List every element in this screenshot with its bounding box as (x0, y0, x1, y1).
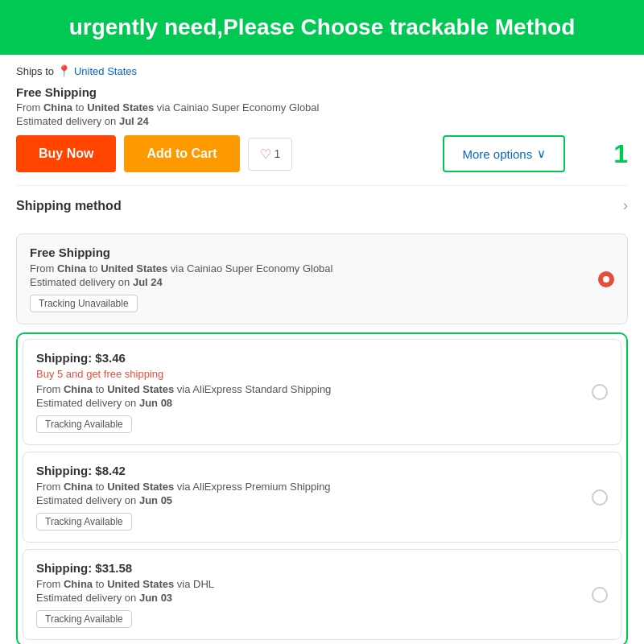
shipping-from-desc: From China to United States via Cainiao … (16, 101, 628, 114)
opt-346-date: Jun 08 (139, 397, 172, 409)
trackable-options-group: Shipping: $3.46 Buy 5 and get free shipp… (16, 332, 628, 644)
opt-free-date: Jul 24 (133, 276, 163, 288)
option-346-promo: Buy 5 and get free shipping (36, 368, 608, 380)
option-3158-desc: From China to United States via DHL (36, 578, 608, 590)
option-free-desc: From China to United States via Cainiao … (30, 262, 614, 275)
header-banner: urgently need,Please Choose trackable Me… (0, 0, 644, 55)
opt-free-to: United States (101, 262, 167, 275)
chevron-right-icon[interactable]: › (623, 197, 628, 214)
location-icon: 📍 (57, 64, 71, 77)
estimated-delivery: Estimated delivery on Jul 24 (16, 115, 628, 127)
opt-free-from: China (57, 262, 86, 275)
option-842-title: Shipping: $8.42 (36, 464, 608, 477)
radio-free-selected[interactable] (598, 271, 614, 287)
trackable-options-wrapper: Shipping: $3.46 Buy 5 and get free shipp… (16, 332, 628, 644)
delivery-prefix: Estimated delivery on (16, 115, 116, 127)
step-1-number: 1 (613, 139, 628, 169)
radio-3158[interactable] (592, 587, 608, 603)
delivery-date: Jul 24 (119, 115, 149, 127)
shipping-method-label: Shipping method (16, 199, 122, 213)
option-842-desc: From China to United States via AliExpre… (36, 481, 608, 493)
tracking-available-badge-3158: Tracking Available (36, 610, 132, 628)
shipping-option-3158[interactable]: Shipping: $31.58 From China to United St… (23, 549, 621, 640)
shipping-option-842[interactable]: Shipping: $8.42 From China to United Sta… (23, 452, 621, 543)
option-842-delivery: Estimated delivery on Jun 05 (36, 494, 608, 506)
option-346-desc: From China to United States via AliExpre… (36, 383, 608, 395)
ships-to-row: Ships to 📍 United States (16, 64, 628, 77)
more-options-label: More options (462, 147, 532, 161)
opt-3158-from: China (64, 578, 93, 590)
option-3158-title: Shipping: $31.58 (36, 561, 608, 575)
opt-346-from: China (64, 383, 93, 395)
shipping-method-header: Shipping method › (16, 185, 628, 225)
opt-3158-date: Jun 03 (139, 592, 172, 604)
tracking-available-badge-842: Tracking Available (36, 513, 132, 530)
from-country: China (43, 101, 72, 114)
free-shipping-label: Free Shipping (16, 85, 628, 99)
option-346-title: Shipping: $3.46 (36, 351, 608, 365)
tracking-unavailable-badge: Tracking Unavailable (30, 295, 138, 312)
ships-to-label: Ships to (16, 65, 54, 77)
shipping-option-free[interactable]: Free Shipping From China to United State… (16, 233, 628, 324)
option-free-delivery: Estimated delivery on Jul 24 (30, 276, 614, 288)
wishlist-button[interactable]: ♡ 1 (248, 138, 293, 171)
banner-title: urgently need,Please Choose trackable Me… (16, 14, 628, 40)
ships-to-country[interactable]: United States (74, 65, 137, 77)
shipping-option-346[interactable]: Shipping: $3.46 Buy 5 and get free shipp… (23, 339, 621, 445)
option-346-delivery: Estimated delivery on Jun 08 (36, 397, 608, 409)
tracking-available-badge-346: Tracking Available (36, 415, 132, 433)
radio-842[interactable] (592, 489, 608, 506)
more-options-button[interactable]: More options ∨ (443, 135, 565, 172)
add-to-cart-button[interactable]: Add to Cart (124, 135, 239, 172)
option-3158-delivery: Estimated delivery on Jun 03 (36, 592, 608, 604)
radio-346[interactable] (592, 384, 608, 400)
more-options-container: More options ∨ (443, 135, 565, 172)
via-service: Cainiao Super Economy Global (173, 101, 319, 114)
opt-842-from: China (64, 481, 93, 493)
option-free-title: Free Shipping (30, 246, 614, 259)
chevron-down-icon: ∨ (537, 147, 546, 161)
opt-842-to: United States (107, 481, 174, 493)
heart-icon: ♡ (260, 147, 271, 162)
opt-346-to: United States (107, 383, 174, 395)
buy-now-button[interactable]: Buy Now (16, 135, 116, 172)
wishlist-count: 1 (275, 147, 281, 160)
opt-842-date: Jun 05 (139, 494, 172, 506)
to-country: United States (87, 101, 154, 114)
opt-3158-to: United States (107, 578, 174, 590)
action-row: Buy Now Add to Cart ♡ 1 More options ∨ 1 (16, 135, 628, 172)
